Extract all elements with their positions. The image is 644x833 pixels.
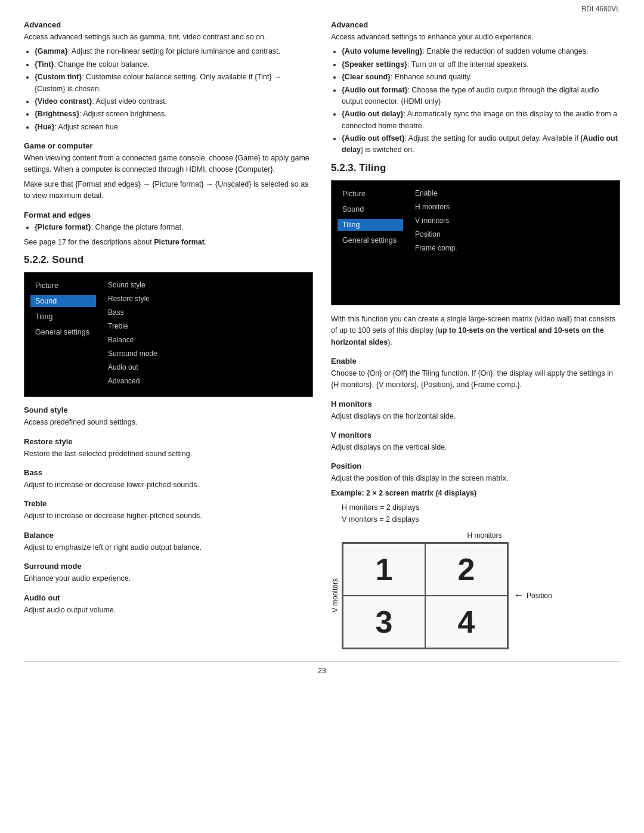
osd-treble: Treble (108, 321, 306, 332)
matrix-right-label: ← Position (513, 542, 552, 649)
matrix-cell-1: 1 (343, 543, 425, 596)
osd-advanced-522: Advanced (108, 376, 306, 386)
position-heading: Position (331, 462, 620, 470)
matrix-diagram-section: H monitors V monitors 1 2 3 4 ← Position (331, 531, 620, 649)
audio-out-heading: Audio out (24, 593, 313, 602)
osd-surround-mode: Surround mode (108, 348, 306, 359)
bullet-tint: {Tint}: Change the colour balance. (35, 59, 313, 70)
bullet-hue: {Hue}: Adjust screen hue. (35, 122, 313, 133)
osd-left-523: Picture Sound Tiling General settings (332, 188, 409, 298)
bass-heading: Bass (24, 468, 313, 477)
osd-item-sound-522: Sound (30, 295, 96, 307)
matrix-label-top: H monitors (349, 531, 620, 540)
model-label: BDL4680VL (581, 5, 620, 13)
right-column: Advanced Access advanced settings to enh… (331, 12, 620, 649)
sound-style-heading: Sound style (24, 405, 313, 414)
matrix-grid: 1 2 3 4 (342, 542, 509, 649)
advanced-intro-left: Access advanced settings such as gamma, … (24, 32, 313, 43)
audio-out-text: Adjust audio output volume. (24, 605, 313, 616)
osd-bass: Bass (108, 307, 306, 318)
page-number: 23 (24, 661, 620, 675)
v-monitors-heading: V monitors (331, 431, 620, 439)
bullet-audio-out-offset: {Audio out offset}: Adjust the setting f… (342, 133, 620, 156)
left-column: Advanced Access advanced settings such a… (24, 12, 313, 649)
example-line2: V monitors = 2 displays (342, 514, 620, 525)
osd-item-sound-523: Sound (338, 203, 403, 215)
h-monitors-heading: H monitors (331, 400, 620, 408)
osd-right-522: Sound style Restore style Bass Treble Ba… (102, 280, 312, 389)
osd-item-tiling-523: Tiling (338, 219, 403, 231)
matrix-vlabel: V monitors (331, 578, 339, 612)
advanced-bullets-right: {Auto volume leveling}: Enable the reduc… (342, 46, 620, 156)
game-computer-p2: Make sure that {Format and edges} → {Pic… (24, 179, 313, 202)
v-monitors-text: Adjust displays on the vertical side. (331, 442, 620, 453)
osd-right-523: Enable H monitors V monitors Position Fr… (409, 188, 620, 298)
osd-item-general-523: General settings (338, 234, 403, 246)
bullet-clear-sound: {Clear sound}: Enhance sound quality. (342, 72, 620, 83)
osd-position: Position (415, 229, 614, 240)
section-523-title: 5.2.3. Tiling (331, 162, 620, 174)
h-monitors-text: Adjust displays on the horizontal side. (331, 411, 620, 422)
bullet-video-contrast: {Video contrast}: Adjust video contrast. (35, 96, 313, 107)
format-edges-bullets: {Picture format}: Change the picture for… (35, 222, 313, 233)
advanced-bullets-left: {Gamma}: Adjust the non-linear setting f… (35, 46, 313, 133)
example-heading: Example: 2 × 2 screen matrix (4 displays… (331, 488, 620, 499)
bullet-audio-out-format: {Audio out format}: Choose the type of a… (342, 85, 620, 108)
osd-v-monitors: V monitors (415, 215, 614, 226)
advanced-heading-left: Advanced (24, 20, 313, 29)
bullet-auto-volume: {Auto volume leveling}: Enable the reduc… (342, 46, 620, 57)
balance-text: Adjust to emphasize left or right audio … (24, 542, 313, 553)
format-edges-heading: Format and edges (24, 210, 313, 219)
enable-heading: Enable (331, 357, 620, 366)
game-computer-p1: When viewing content from a connected ga… (24, 153, 313, 176)
restore-style-heading: Restore style (24, 437, 313, 446)
osd-item-tiling-522: Tiling (30, 311, 96, 323)
osd-item-picture-522: Picture (30, 280, 96, 292)
bass-text: Adjust to increase or decrease lower-pit… (24, 479, 313, 491)
osd-item-picture-523: Picture (338, 188, 403, 200)
osd-enable: Enable (415, 188, 614, 199)
enable-text: Choose to {On} or {Off} the Tiling funct… (331, 368, 620, 391)
section-522-title: 5.2.2. Sound (24, 254, 313, 266)
bullet-brightness: {Brightness}: Adjust screen brightness. (35, 109, 313, 120)
sound-style-text: Access predefined sound settings. (24, 417, 313, 428)
bullet-custom-tint: {Custom tint}: Customise colour balance … (35, 72, 313, 95)
osd-item-general-522: General settings (30, 326, 96, 338)
osd-left-522: Picture Sound Tiling General settings (24, 280, 102, 389)
bullet-speaker-settings: {Speaker settings}: Turn on or off the i… (342, 59, 620, 70)
matrix-cell-4: 4 (425, 596, 507, 648)
osd-menu-523: Picture Sound Tiling General settings En… (331, 180, 620, 305)
advanced-heading-right: Advanced (331, 20, 620, 29)
osd-h-monitors: H monitors (415, 202, 614, 212)
treble-text: Adjust to increase or decrease higher-pi… (24, 510, 313, 522)
osd-audio-out: Audio out (108, 362, 306, 373)
osd-menu-522: Picture Sound Tiling General settings So… (24, 272, 313, 397)
matrix-cell-2: 2 (425, 543, 507, 596)
surround-mode-text: Enhance your audio experience. (24, 573, 313, 584)
position-text: Adjust the position of this display in t… (331, 473, 620, 484)
format-edges-note: See page 17 for the descriptions about P… (24, 237, 313, 248)
example-line1: H monitors = 2 displays (342, 502, 620, 513)
bullet-audio-out-delay: {Audio out delay}: Automatically sync th… (342, 109, 620, 132)
surround-mode-heading: Surround mode (24, 562, 313, 571)
osd-sound-style: Sound style (108, 280, 306, 290)
osd-frame-comp: Frame comp. (415, 243, 614, 253)
treble-heading: Treble (24, 499, 313, 508)
matrix-grid-wrapper: V monitors 1 2 3 4 ← Position (331, 542, 620, 649)
advanced-intro-right: Access advanced settings to enhance your… (331, 32, 620, 43)
tiling-intro: With this function you can create a sing… (331, 314, 620, 348)
bullet-picture-format: {Picture format}: Change the picture for… (35, 222, 313, 233)
osd-restore-style: Restore style (108, 293, 306, 304)
restore-style-text: Restore the last-selected predefined sou… (24, 448, 313, 460)
game-computer-heading: Game or computer (24, 141, 313, 150)
balance-heading: Balance (24, 531, 313, 540)
matrix-cell-3: 3 (343, 596, 425, 648)
bullet-gamma: {Gamma}: Adjust the non-linear setting f… (35, 46, 313, 57)
example-lines: H monitors = 2 displays V monitors = 2 d… (331, 502, 620, 525)
osd-balance: Balance (108, 335, 306, 345)
